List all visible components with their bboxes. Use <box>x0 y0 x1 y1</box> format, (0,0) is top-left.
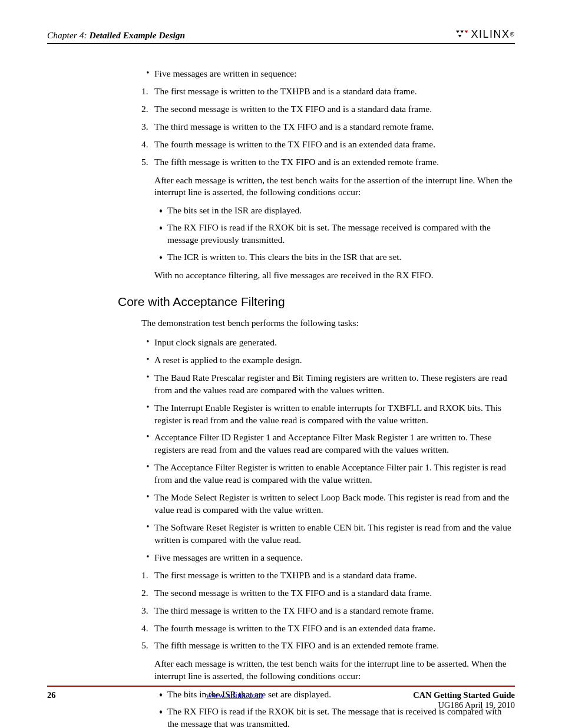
bullet-icon: • <box>141 522 154 533</box>
list-item: •Five messages are written in sequence: <box>141 68 515 80</box>
sub-bullet-list: ♦The bits set in the ISR are displayed. … <box>154 205 515 263</box>
numbered-list: 1.The first message is written to the TX… <box>141 569 515 653</box>
list-item: •The Baud Rate Prescalar register and Bi… <box>141 372 515 397</box>
list-item: 5.The fifth message is written to the TX… <box>141 156 515 169</box>
bullet-icon: • <box>141 354 154 365</box>
bullet-icon: • <box>141 492 154 503</box>
bullet-icon: • <box>141 431 154 443</box>
svg-marker-3 <box>464 30 468 32</box>
logo-icon <box>456 30 469 39</box>
list-item: 5.The fifth message is written to the TX… <box>141 640 515 652</box>
page-content: •Five messages are written in sequence: … <box>141 68 515 728</box>
list-item: •A reset is applied to the example desig… <box>141 354 515 367</box>
list-item: 2.The second message is written to the T… <box>141 587 515 599</box>
logo-text: XILINX <box>471 28 510 41</box>
list-item: •The Mode Select Register is written to … <box>141 492 515 516</box>
footer-title: CAN Getting Started Guide <box>413 690 515 700</box>
list-item: ♦The ICR is written to. This clears the … <box>154 251 515 263</box>
svg-marker-0 <box>456 30 459 32</box>
paragraph: After each message is written, the test … <box>154 658 515 683</box>
page-number: 26 <box>47 690 56 700</box>
list-item: 3.The third message is written to the TX… <box>141 605 515 617</box>
bullet-icon: • <box>141 462 154 473</box>
diamond-icon: ♦ <box>154 205 167 215</box>
list-item: 1.The first message is written to the TX… <box>141 85 515 98</box>
list-item: •Five messages are written in a sequence… <box>141 552 515 564</box>
list-item: 3.The third message is written to the TX… <box>141 121 515 133</box>
list-item: •The Acceptance Filter Register is writt… <box>141 462 515 486</box>
diamond-icon: ♦ <box>154 251 167 262</box>
page-header: Chapter 4: Detailed Example Design XILIN… <box>47 28 515 44</box>
list-item: •The Interrupt Enable Register is writte… <box>141 402 515 427</box>
bullet-icon: • <box>141 337 154 348</box>
list-item: ♦The RX FIFO is read if the RXOK bit is … <box>154 222 515 246</box>
bullet-list: •Five messages are written in sequence: <box>141 68 515 80</box>
paragraph: With no acceptance filtering, all five m… <box>154 269 515 282</box>
paragraph: The demonstration test bench performs th… <box>141 317 515 330</box>
bullet-list: •Input clock signals are generated. •A r… <box>141 337 515 564</box>
list-item: 4.The fourth message is written to the T… <box>141 139 515 151</box>
bullet-icon: • <box>141 552 154 563</box>
list-item: 4.The fourth message is written to the T… <box>141 622 515 635</box>
chapter-label: Chapter 4: <box>47 30 87 40</box>
list-item: •Input clock signals are generated. <box>141 337 515 349</box>
list-item: •The Software Reset Register is written … <box>141 522 515 546</box>
footer-sub: UG186 April 19, 2010 <box>413 700 515 710</box>
list-item: ♦The bits set in the ISR are displayed. <box>154 205 515 217</box>
svg-marker-2 <box>458 35 461 37</box>
list-item: 1.The first message is written to the TX… <box>141 569 515 582</box>
footer-link[interactable]: www.xilinx.com <box>206 690 263 700</box>
bullet-icon: • <box>141 68 154 79</box>
xilinx-logo: XILINX® <box>456 28 515 41</box>
diamond-icon: ♦ <box>154 222 167 232</box>
paragraph: After each message is written, the test … <box>154 174 515 199</box>
bullet-icon: • <box>141 372 154 383</box>
footer-rule <box>47 686 515 687</box>
chapter-title: Detailed Example Design <box>89 30 185 40</box>
page-footer: 26 www.xilinx.com CAN Getting Started Gu… <box>47 686 515 710</box>
bullet-icon: • <box>141 402 154 413</box>
list-item: •Acceptance Filter ID Register 1 and Acc… <box>141 431 515 456</box>
svg-marker-1 <box>460 30 464 32</box>
section-heading: Core with Acceptance Filtering <box>118 295 515 309</box>
list-item: 2.The second message is written to the T… <box>141 103 515 116</box>
numbered-list: 1.The first message is written to the TX… <box>141 85 515 169</box>
header-breadcrumb: Chapter 4: Detailed Example Design <box>47 30 185 41</box>
